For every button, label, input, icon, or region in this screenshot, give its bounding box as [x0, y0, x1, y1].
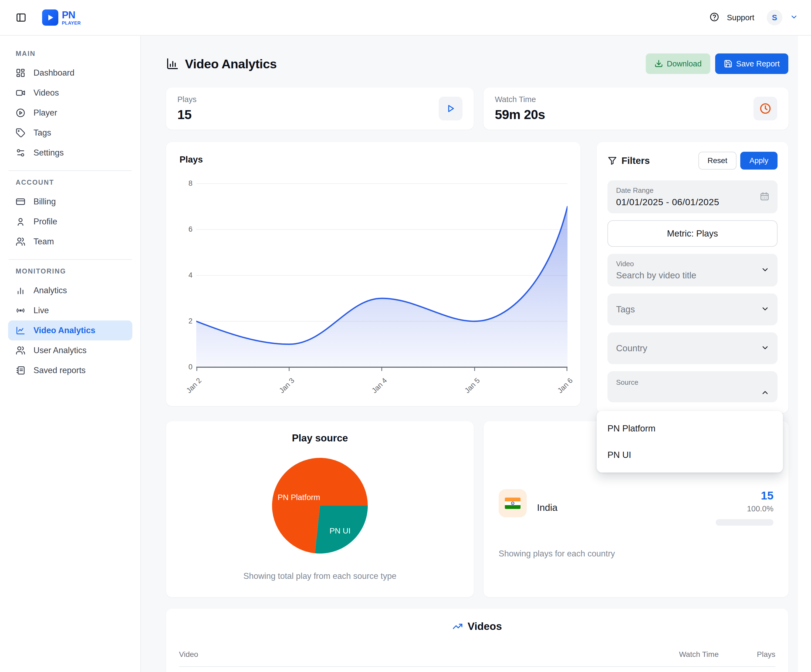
- plays-stat-label: Plays: [177, 95, 197, 104]
- play-source-pie-chart: PN Platform PN UI: [267, 453, 373, 558]
- country-progress-bar: [716, 519, 774, 526]
- y-axis-labels: 8 6 4 2 0: [180, 181, 192, 371]
- india-flag-icon: [499, 489, 527, 517]
- tags-select-field[interactable]: Tags: [607, 294, 777, 325]
- download-icon: [655, 59, 663, 68]
- metric-selector-button[interactable]: Metric: Plays: [607, 220, 777, 247]
- sidebar-item-dashboard[interactable]: Dashboard: [8, 63, 132, 83]
- avatar[interactable]: S: [767, 10, 782, 25]
- sidebar-item-team[interactable]: Team: [8, 232, 132, 252]
- source-option-pn-platform[interactable]: PN Platform: [597, 415, 783, 442]
- countries-caption: Showing plays for each country: [499, 549, 774, 558]
- source-select-field[interactable]: Source: [607, 371, 777, 402]
- tag-icon: [16, 128, 25, 138]
- download-button[interactable]: Download: [646, 53, 710, 74]
- users-icon: [16, 346, 25, 355]
- save-icon: [724, 59, 733, 68]
- date-range-value: 01/01/2025 - 06/01/2025: [616, 197, 769, 207]
- logo-text-player: PLAYER: [62, 21, 81, 25]
- source-options-dropdown: PN Platform PN UI: [597, 411, 783, 472]
- video-select-field[interactable]: Video Search by video title: [607, 254, 777, 287]
- play-source-card: Play source PN Platform PN UI Showing to…: [166, 421, 474, 597]
- chevron-down-icon: [761, 343, 769, 353]
- plays-stat-card: Plays 15: [166, 88, 474, 130]
- dashboard-grid-icon: [16, 68, 25, 78]
- app-logo[interactable]: PN PLAYER: [42, 9, 81, 25]
- sidebar-item-tags[interactable]: Tags: [8, 123, 132, 143]
- users-icon: [16, 237, 25, 246]
- clock-icon: [753, 97, 777, 120]
- chevron-up-icon: [761, 388, 769, 398]
- table-row: Greetings 28m 27s 7 50.0%: [179, 667, 775, 672]
- plays-area-chart: 8 6 4 2 0: [180, 181, 567, 405]
- filters-title: Filters: [621, 155, 650, 166]
- plays-chart-card: Plays 8 6 4 2 0: [166, 142, 580, 406]
- filters-panel: Filters Reset Apply Date Range 01/01/202…: [597, 142, 788, 413]
- pie-label-pn-platform: PN Platform: [278, 493, 320, 502]
- watch-time-stat-label: Watch Time: [495, 95, 545, 104]
- pie-chart-title: Play source: [177, 433, 463, 444]
- videos-table-card: Videos Video Watch Time Plays Greetings …: [166, 609, 788, 672]
- video-search-placeholder: Search by video title: [616, 270, 769, 280]
- sidebar-divider: [8, 170, 132, 171]
- plays-stat-value: 15: [177, 107, 197, 122]
- scrollbar-gutter[interactable]: [798, 36, 811, 672]
- country-name: India: [537, 502, 558, 513]
- video-camera-icon: [16, 88, 25, 98]
- calendar-icon: [760, 192, 769, 202]
- pie-chart-caption: Showing total play from each source type: [177, 571, 463, 581]
- sidebar-item-profile[interactable]: Profile: [8, 212, 132, 232]
- sidebar-item-live[interactable]: Live: [8, 300, 132, 321]
- help-icon[interactable]: [709, 12, 719, 23]
- watch-time-stat-value: 59m 20s: [495, 107, 545, 122]
- apply-button[interactable]: Apply: [740, 152, 777, 170]
- section-label-main: MAIN: [16, 50, 132, 58]
- videos-table-header: Video Watch Time Plays: [179, 650, 775, 667]
- date-range-field[interactable]: Date Range 01/01/2025 - 06/01/2025: [607, 180, 777, 213]
- area-chart-svg: [196, 181, 567, 372]
- sidebar-item-videos[interactable]: Videos: [8, 83, 132, 103]
- logo-text-pn: PN: [62, 10, 81, 20]
- sidebar-item-analytics[interactable]: Analytics: [8, 280, 132, 300]
- x-axis-labels: Jan 2 Jan 3 Jan 4 Jan 5 Jan 6: [196, 373, 567, 405]
- section-label-account: ACCOUNT: [16, 178, 132, 186]
- support-link[interactable]: Support: [727, 13, 754, 22]
- chart-title: Plays: [180, 154, 567, 165]
- sidebar-toggle-icon[interactable]: [15, 12, 27, 24]
- play-icon: [439, 97, 463, 120]
- play-logo-icon: [42, 9, 58, 25]
- country-percent: 100.0%: [716, 504, 774, 513]
- funnel-icon: [607, 156, 617, 166]
- page-title: Video Analytics: [185, 56, 277, 71]
- chevron-down-icon: [761, 305, 769, 314]
- notebook-icon: [16, 366, 25, 375]
- country-row-india: India 15 100.0%: [499, 489, 774, 526]
- user-icon: [16, 217, 25, 227]
- sidebar-item-saved-reports[interactable]: Saved reports: [8, 360, 132, 380]
- country-select-field[interactable]: Country: [607, 333, 777, 364]
- main-content: Video Analytics Download Save Report Pla…: [141, 36, 811, 672]
- credit-card-icon: [16, 197, 25, 207]
- chevron-down-icon: [761, 265, 769, 275]
- reset-button[interactable]: Reset: [698, 152, 736, 170]
- play-circle-icon: [16, 108, 25, 118]
- sidebar-item-billing[interactable]: Billing: [8, 192, 132, 212]
- sidebar-item-user-analytics[interactable]: User Analytics: [8, 341, 132, 360]
- sidebar-item-video-analytics[interactable]: Video Analytics: [8, 321, 132, 341]
- sidebar: MAIN Dashboard Videos Player Tags Settin…: [0, 36, 141, 672]
- settings-sliders-icon: [16, 148, 25, 158]
- line-chart-icon: [16, 326, 25, 335]
- sidebar-divider: [8, 259, 132, 260]
- pie-label-pn-ui: PN UI: [329, 526, 350, 535]
- save-report-button[interactable]: Save Report: [715, 53, 788, 74]
- sidebar-item-settings[interactable]: Settings: [8, 143, 132, 163]
- sidebar-item-player[interactable]: Player: [8, 103, 132, 123]
- bar-chart-icon: [16, 286, 25, 295]
- source-option-pn-ui[interactable]: PN UI: [597, 442, 783, 468]
- watch-time-stat-card: Watch Time 59m 20s: [484, 88, 789, 130]
- app-header: PN PLAYER Support S: [0, 0, 811, 36]
- radio-broadcast-icon: [16, 305, 25, 316]
- chevron-down-icon[interactable]: [790, 13, 798, 22]
- chart-column-icon: [166, 57, 179, 70]
- country-plays-value: 15: [716, 489, 774, 502]
